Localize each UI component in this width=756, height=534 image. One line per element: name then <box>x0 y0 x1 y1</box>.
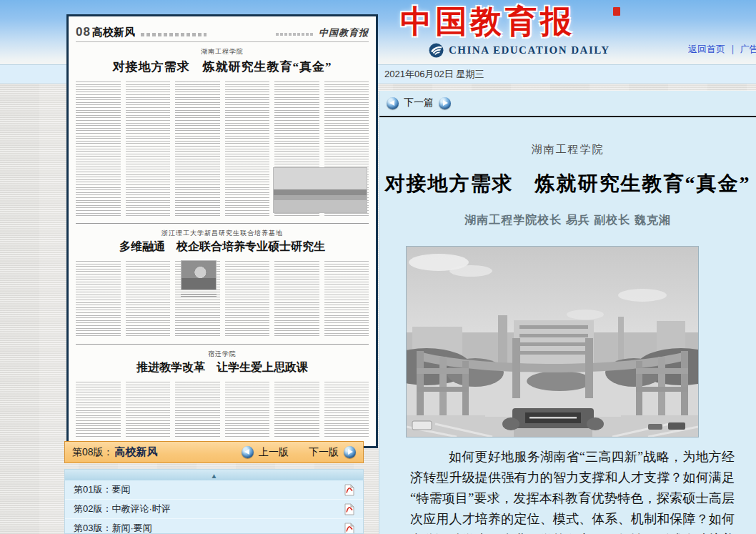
newspaper-article-1[interactable]: 湖南工程学院 对接地方需求 炼就研究生教育“真金” <box>76 47 369 216</box>
page-list-panel: ▲ 第01版：要闻 第02版：中教评论·时评 第03版：新闻·要闻 <box>64 469 364 534</box>
newspaper-article-2-columns <box>76 261 369 337</box>
logo-seal-icon <box>613 7 620 16</box>
article-byline: 湖南工程学院校长 易兵 副校长 魏克湘 <box>379 213 756 228</box>
site-logo-chinese: 中国教育报 <box>400 3 610 40</box>
prev-page-icon[interactable] <box>242 446 254 458</box>
newspaper-article-3-title[interactable]: 推进教学改革 让学生爱上思政课 <box>76 360 369 375</box>
link-separator: ｜ <box>725 44 740 54</box>
newspaper-article-3-columns <box>76 382 369 437</box>
newspaper-article-2-kicker: 浙江理工大学新昌研究生联合培养基地 <box>76 229 369 238</box>
newspaper-article-2-title[interactable]: 多维融通 校企联合培养专业硕士研究生 <box>76 239 369 254</box>
top-links: 返回首页｜广告刊 <box>688 43 756 56</box>
page-list-item-3[interactable]: 第03版：新闻·要闻 <box>65 519 363 534</box>
newspaper-page-number: 08 <box>76 25 91 39</box>
newspaper-page-preview[interactable]: 08 高校新风 中国教育报 湖南工程学院 对接地方需求 炼就研究生教育“真金” <box>66 14 378 448</box>
newspaper-masthead: 中国教育报 <box>319 26 369 39</box>
text-column <box>225 382 270 437</box>
article-nav: 下一篇 <box>379 91 756 114</box>
article-panel: 下一篇 湖南工程学院 对接地方需求 炼就研究生教育“真金” 湖南工程学院校长 易… <box>379 91 756 534</box>
newspaper-photo-caption <box>181 292 217 297</box>
text-column <box>225 81 270 216</box>
newspaper-header-date <box>276 33 313 36</box>
collapse-triangle-icon: ▲ <box>211 472 218 480</box>
next-page-icon[interactable] <box>344 446 356 458</box>
text-column <box>324 261 369 337</box>
text-column <box>76 261 121 337</box>
logo-emblem-icon <box>429 43 444 58</box>
section-divider <box>76 223 369 224</box>
newspaper-header-meta <box>141 33 207 36</box>
current-page-label: 第08版： <box>72 446 114 459</box>
pdf-icon[interactable] <box>344 523 354 534</box>
newspaper-article-2[interactable]: 浙江理工大学新昌研究生联合培养基地 多维融通 校企联合培养专业硕士研究生 <box>76 229 369 337</box>
article-kicker: 湖南工程学院 <box>379 143 756 157</box>
article-title: 对接地方需求 炼就研究生教育“真金” <box>379 170 756 197</box>
text-column <box>175 81 220 216</box>
site-logo-english: CHINA EDUCATION DAILY <box>449 44 610 56</box>
next-article-icon[interactable] <box>439 97 451 109</box>
page-list-item-1[interactable]: 第01版：要闻 <box>65 480 363 500</box>
next-page-link[interactable]: 下一版 <box>309 446 339 459</box>
next-article-link[interactable]: 下一篇 <box>404 97 434 109</box>
text-column <box>225 261 270 337</box>
page-list-item-label: 第01版：要闻 <box>74 483 130 496</box>
current-date: 2021年06月02日 星期三 <box>384 65 484 84</box>
newspaper-article-3-kicker: 宿迁学院 <box>76 350 369 359</box>
text-column <box>126 382 171 437</box>
text-column <box>274 382 319 437</box>
text-column <box>126 81 171 216</box>
text-column <box>126 261 171 337</box>
newspaper-article-3[interactable]: 宿迁学院 推进教学改革 让学生爱上思政课 <box>76 350 369 437</box>
prev-article-icon[interactable] <box>387 97 399 109</box>
text-column <box>175 382 220 437</box>
newspaper-campus-photo <box>273 167 367 213</box>
current-section-label: 高校新风 <box>115 445 158 459</box>
newspaper-workshop-photo <box>181 260 217 290</box>
newspaper-article-1-kicker: 湖南工程学院 <box>76 47 369 56</box>
article-body: 如何更好地服务湖南省“三高四新”战略，为地方经济转型升级提供强有力的智力支撑和人… <box>410 447 735 534</box>
page-list-collapse[interactable]: ▲ <box>65 470 363 480</box>
page-list-item-2[interactable]: 第02版：中教评论·时评 <box>65 500 363 519</box>
text-column <box>76 382 121 437</box>
page: 中国教育报 CHINA EDUCATION DAILY 返回首页｜广告刊 202… <box>0 0 756 534</box>
text-column <box>274 261 319 337</box>
pdf-icon[interactable] <box>344 484 354 496</box>
site-logo[interactable]: 中国教育报 CHINA EDUCATION DAILY <box>400 3 610 58</box>
newspaper-section-name: 高校新风 <box>92 26 135 39</box>
article-photo-campus-gate <box>406 246 699 437</box>
page-list-item-label: 第02版：中教评论·时评 <box>74 503 171 515</box>
home-link[interactable]: 返回首页 <box>688 44 725 54</box>
text-column <box>324 382 369 437</box>
prev-page-link[interactable]: 上一版 <box>259 446 289 459</box>
page-list-item-label: 第03版：新闻·要闻 <box>74 522 152 534</box>
newspaper-page-header: 08 高校新风 中国教育报 <box>76 22 369 42</box>
newspaper-article-1-title[interactable]: 对接地方需求 炼就研究生教育“真金” <box>76 59 369 75</box>
text-column <box>76 81 121 216</box>
ads-link[interactable]: 广告刊 <box>740 44 756 54</box>
section-divider <box>76 344 369 345</box>
page-nav-bar: 第08版： 高校新风 上一版 下一版 <box>64 441 364 463</box>
pdf-icon[interactable] <box>344 503 354 515</box>
article-divider <box>379 116 756 117</box>
